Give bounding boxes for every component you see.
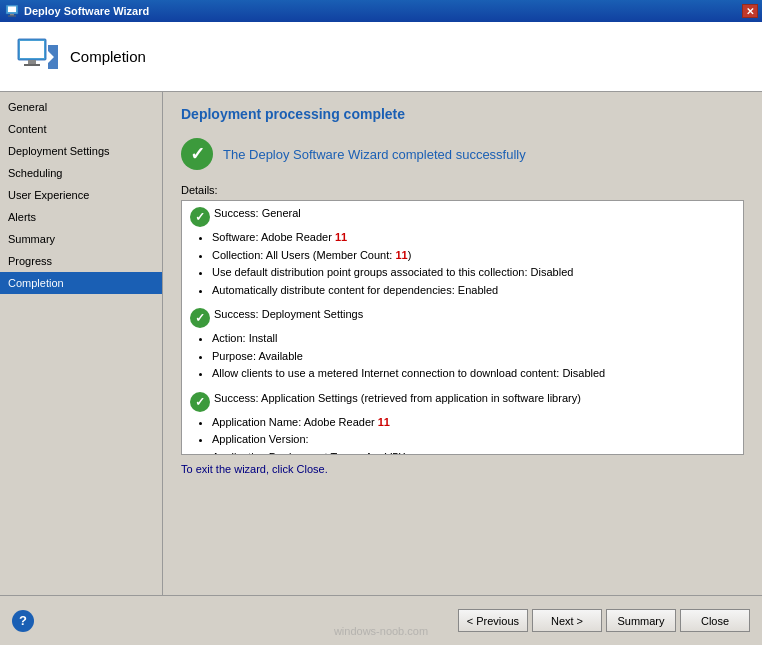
success-heading-general: Success: General bbox=[214, 207, 301, 219]
sidebar-item-progress[interactable]: Progress bbox=[0, 250, 162, 272]
svg-rect-5 bbox=[20, 41, 44, 58]
bullet-appsettings-1: Application Name: Adobe Reader 11 bbox=[212, 414, 735, 431]
previous-button[interactable]: < Previous bbox=[458, 609, 528, 632]
bullets-appsettings: Application Name: Adobe Reader 11 Applic… bbox=[212, 414, 735, 456]
success-check-icon: ✓ bbox=[181, 138, 213, 170]
wizard-header: Completion bbox=[0, 22, 762, 92]
sidebar-item-summary[interactable]: Summary bbox=[0, 228, 162, 250]
check-icon-general: ✓ bbox=[190, 207, 210, 227]
bullets-deployment: Action: Install Purpose: Available Allow… bbox=[212, 330, 735, 382]
bullet-appsettings-3: Application Deployment Types: AppV5X bbox=[212, 449, 735, 456]
wizard-header-title: Completion bbox=[70, 48, 146, 65]
wizard-header-icon bbox=[12, 33, 60, 81]
title-bar-left: Deploy Software Wizard bbox=[4, 3, 149, 19]
success-line-general: ✓ Success: General bbox=[190, 207, 735, 227]
success-banner: ✓ The Deploy Software Wizard completed s… bbox=[181, 138, 744, 170]
next-button[interactable]: Next > bbox=[532, 609, 602, 632]
bullet-deployment-1: Action: Install bbox=[212, 330, 735, 347]
bullet-deployment-3: Allow clients to use a metered Internet … bbox=[212, 365, 735, 382]
svg-marker-8 bbox=[48, 45, 58, 69]
close-button[interactable]: ✕ bbox=[742, 4, 758, 18]
sidebar-item-user-experience[interactable]: User Experience bbox=[0, 184, 162, 206]
svg-rect-3 bbox=[8, 16, 16, 17]
success-heading-appsettings: Success: Application Settings (retrieved… bbox=[214, 392, 581, 404]
sidebar-item-alerts[interactable]: Alerts bbox=[0, 206, 162, 228]
footer-buttons: < Previous Next > Summary Close bbox=[458, 609, 750, 632]
details-section-deployment: ✓ Success: Deployment Settings Action: I… bbox=[190, 308, 735, 382]
details-section-appsettings: ✓ Success: Application Settings (retriev… bbox=[190, 392, 735, 456]
sidebar-item-scheduling[interactable]: Scheduling bbox=[0, 162, 162, 184]
summary-button[interactable]: Summary bbox=[606, 609, 676, 632]
sidebar-item-general[interactable]: General bbox=[0, 96, 162, 118]
svg-rect-2 bbox=[10, 14, 14, 16]
sidebar-item-content[interactable]: Content bbox=[0, 118, 162, 140]
details-section-general: ✓ Success: General Software: Adobe Reade… bbox=[190, 207, 735, 298]
title-bar-app-icon bbox=[4, 3, 20, 19]
bullet-general-2: Collection: All Users (Member Count: 11) bbox=[212, 247, 735, 264]
close-wizard-button[interactable]: Close bbox=[680, 609, 750, 632]
success-line-appsettings: ✓ Success: Application Settings (retriev… bbox=[190, 392, 735, 412]
details-box[interactable]: ✓ Success: General Software: Adobe Reade… bbox=[181, 200, 744, 455]
page-title: Deployment processing complete bbox=[181, 106, 744, 122]
close-hint: To exit the wizard, click Close. bbox=[181, 463, 744, 475]
svg-rect-6 bbox=[28, 60, 36, 64]
check-icon-appsettings: ✓ bbox=[190, 392, 210, 412]
bullets-general: Software: Adobe Reader 11 Collection: Al… bbox=[212, 229, 735, 298]
svg-rect-7 bbox=[24, 64, 40, 66]
svg-rect-1 bbox=[8, 7, 16, 13]
content-panel: Deployment processing complete ✓ The Dep… bbox=[163, 92, 762, 595]
sidebar-item-deployment-settings[interactable]: Deployment Settings bbox=[0, 140, 162, 162]
success-banner-text: The Deploy Software Wizard completed suc… bbox=[223, 147, 526, 162]
success-heading-deployment: Success: Deployment Settings bbox=[214, 308, 363, 320]
sidebar: General Content Deployment Settings Sche… bbox=[0, 92, 163, 595]
bullet-deployment-2: Purpose: Available bbox=[212, 348, 735, 365]
help-icon[interactable]: ? bbox=[12, 610, 34, 632]
footer-left: ? bbox=[12, 610, 34, 632]
bullet-general-4: Automatically distribute content for dep… bbox=[212, 282, 735, 299]
sidebar-item-completion[interactable]: Completion bbox=[0, 272, 162, 294]
bullet-appsettings-2: Application Version: bbox=[212, 431, 735, 448]
title-bar: Deploy Software Wizard ✕ bbox=[0, 0, 762, 22]
details-label: Details: bbox=[181, 184, 744, 196]
wizard-body: General Content Deployment Settings Sche… bbox=[0, 92, 762, 595]
check-icon-deployment: ✓ bbox=[190, 308, 210, 328]
bullet-general-1: Software: Adobe Reader 11 bbox=[212, 229, 735, 246]
title-bar-title: Deploy Software Wizard bbox=[24, 5, 149, 17]
bullet-general-3: Use default distribution point groups as… bbox=[212, 264, 735, 281]
wizard-footer: ? < Previous Next > Summary Close bbox=[0, 595, 762, 645]
success-line-deployment: ✓ Success: Deployment Settings bbox=[190, 308, 735, 328]
